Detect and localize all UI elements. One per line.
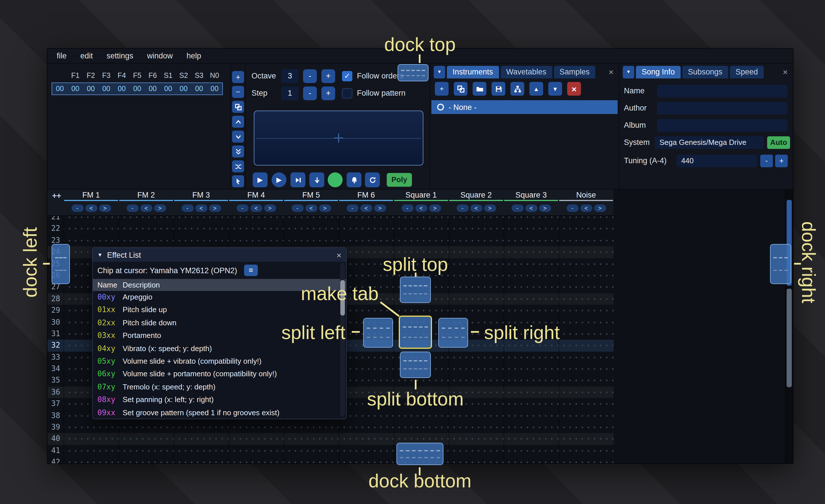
duplicate-order-end-button[interactable] xyxy=(232,146,244,158)
channel-minimize-button[interactable]: - xyxy=(126,204,138,212)
pattern-cells[interactable] xyxy=(64,235,614,247)
menu-edit[interactable]: edit xyxy=(74,49,100,63)
repeat-pattern-button[interactable] xyxy=(365,172,380,187)
collapse-icon[interactable]: ▼ xyxy=(97,252,102,258)
open-instrument-button[interactable] xyxy=(473,82,486,96)
channel-minimize-button[interactable]: - xyxy=(71,204,83,212)
octave-value[interactable]: 3 xyxy=(281,69,298,83)
split-bottom-zone[interactable] xyxy=(400,352,431,378)
pattern-cells[interactable] xyxy=(64,445,614,457)
channel-shrink-button[interactable]: < xyxy=(580,204,592,212)
channel-shrink-button[interactable]: < xyxy=(470,204,482,212)
channel-minimize-button[interactable]: - xyxy=(346,204,358,212)
toggle-folders-button[interactable] xyxy=(511,82,524,96)
tuning-field[interactable]: 440 xyxy=(677,155,757,167)
split-left-zone[interactable] xyxy=(363,318,393,348)
channel-shrink-button[interactable]: < xyxy=(140,204,152,212)
pattern-cells[interactable] xyxy=(64,433,614,445)
pattern-row[interactable]: 21 xyxy=(48,216,614,223)
channel-expand-button[interactable]: > xyxy=(429,204,441,212)
step-increase-button[interactable]: + xyxy=(321,86,335,100)
move-order-down-button[interactable] xyxy=(232,131,244,143)
pattern-scrollbar[interactable] xyxy=(785,189,793,463)
pattern-row[interactable]: 39 xyxy=(48,422,614,433)
play-from-cursor-button[interactable] xyxy=(291,172,305,187)
channel-minimize-button[interactable]: - xyxy=(456,204,468,212)
order-cell[interactable]: 00 xyxy=(98,83,114,94)
channel-minimize-button[interactable]: - xyxy=(566,204,578,212)
metronome-button[interactable] xyxy=(347,172,362,187)
instruments-dropdown-button[interactable]: ▼ xyxy=(434,66,445,78)
menu-file[interactable]: file xyxy=(50,49,74,63)
add-channel-button[interactable]: ++ xyxy=(52,191,61,200)
channel-shrink-button[interactable]: < xyxy=(85,204,97,212)
order-cell[interactable]: 00 xyxy=(114,83,130,94)
pattern-cells[interactable] xyxy=(64,216,614,223)
pattern-row[interactable]: 22 xyxy=(48,223,614,235)
split-right-zone[interactable] xyxy=(438,318,468,348)
dock-bottom-zone[interactable] xyxy=(396,443,443,465)
menu-settings[interactable]: settings xyxy=(100,49,140,63)
shuffle-orders-button[interactable] xyxy=(232,160,244,172)
channel-header-noise[interactable]: Noise-<> xyxy=(558,189,614,215)
channel-expand-button[interactable]: > xyxy=(99,204,111,212)
effect-list-titlebar[interactable]: ▼ Effect List × xyxy=(93,248,346,262)
save-instrument-button[interactable] xyxy=(492,82,505,96)
move-order-up-button[interactable] xyxy=(232,116,244,128)
duplicate-order-button[interactable] xyxy=(232,101,244,113)
tab-subsongs[interactable]: Subsongs xyxy=(682,66,728,78)
tuning-increase-button[interactable]: + xyxy=(775,155,788,167)
tuning-decrease-button[interactable]: - xyxy=(760,155,773,167)
channel-expand-button[interactable]: > xyxy=(539,204,551,212)
close-panel-button[interactable]: × xyxy=(781,66,790,78)
pattern-row[interactable]: 40 xyxy=(48,433,614,445)
pattern-cells[interactable] xyxy=(64,223,614,235)
channel-expand-button[interactable]: > xyxy=(374,204,386,212)
tab-wavetables[interactable]: Wavetables xyxy=(501,66,552,78)
order-cell[interactable]: 00 xyxy=(145,83,160,94)
menu-help[interactable]: help xyxy=(179,49,208,63)
tab-song-info[interactable]: Song Info xyxy=(636,66,681,78)
album-field[interactable] xyxy=(657,119,787,132)
channel-expand-button[interactable]: > xyxy=(594,204,606,212)
channel-expand-button[interactable]: > xyxy=(264,204,276,212)
order-cell[interactable]: 00 xyxy=(207,83,222,94)
channel-expand-button[interactable]: > xyxy=(319,204,331,212)
order-cell[interactable]: 00 xyxy=(130,83,145,94)
close-window-button[interactable]: × xyxy=(336,250,342,260)
channel-shrink-button[interactable]: < xyxy=(195,204,207,212)
song-dropdown-button[interactable]: ▼ xyxy=(623,66,634,78)
channel-minimize-button[interactable]: - xyxy=(511,204,523,212)
channel-shrink-button[interactable]: < xyxy=(415,204,427,212)
order-cell[interactable]: 00 xyxy=(160,83,176,94)
author-field[interactable] xyxy=(657,102,787,114)
channel-header-square1[interactable]: Square 1-<> xyxy=(394,189,449,215)
record-toggle-button[interactable] xyxy=(328,172,343,187)
play-pattern-button[interactable]: ▶ xyxy=(272,172,287,187)
channel-header-fm1[interactable]: FM 1-<> xyxy=(64,189,119,215)
channel-expand-button[interactable]: > xyxy=(209,204,221,212)
channel-expand-button[interactable]: > xyxy=(154,204,166,212)
move-instrument-down-button[interactable]: ▼ xyxy=(548,82,562,96)
add-instrument-button[interactable]: + xyxy=(435,82,449,96)
duplicate-instrument-button[interactable] xyxy=(454,82,467,96)
channel-minimize-button[interactable]: - xyxy=(181,204,194,212)
split-top-zone[interactable] xyxy=(400,277,431,303)
orders-selected-row[interactable]: 00 00 00 00 00 00 00 00 00 00 00 xyxy=(52,83,222,94)
follow-orders-checkbox[interactable]: ✓ xyxy=(342,71,352,81)
channel-shrink-button[interactable]: < xyxy=(250,204,262,212)
dock-left-zone[interactable] xyxy=(52,244,70,284)
pattern-cells[interactable] xyxy=(64,422,614,433)
pattern-row[interactable]: 41 xyxy=(48,445,614,457)
order-cell[interactable]: 00 xyxy=(176,83,192,94)
channel-header-fm2[interactable]: FM 2-<> xyxy=(119,189,173,215)
step-decrease-button[interactable]: - xyxy=(303,86,317,100)
channel-shrink-button[interactable]: < xyxy=(305,204,317,212)
tab-samples[interactable]: Samples xyxy=(554,66,595,78)
channel-minimize-button[interactable]: - xyxy=(236,204,248,212)
scrollbar-thumb[interactable] xyxy=(786,289,792,387)
name-field[interactable] xyxy=(657,85,787,97)
make-tab-zone[interactable] xyxy=(399,316,432,349)
channel-header-square2[interactable]: Square 2-<> xyxy=(449,189,504,215)
channel-header-square3[interactable]: Square 3-<> xyxy=(504,189,558,215)
